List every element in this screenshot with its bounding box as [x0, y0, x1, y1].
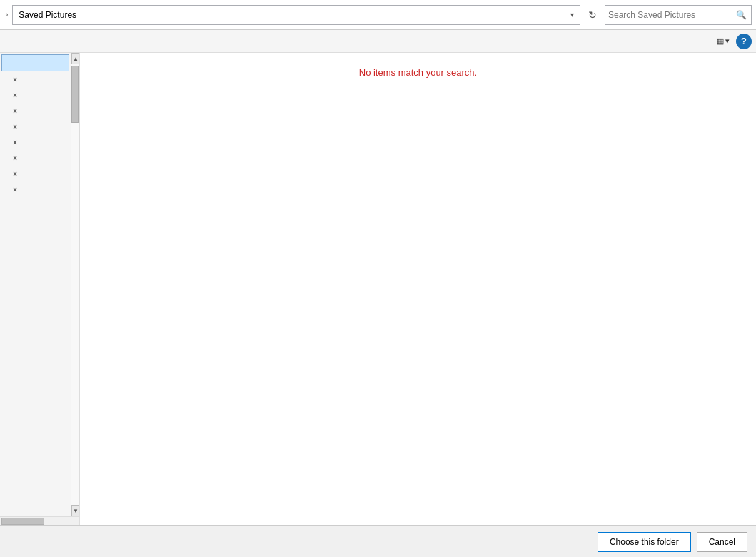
pin-icon: ✦ [9, 121, 21, 132]
nav-inner: ✦ ✦ ✦ ✦ ✦ ✦ ✦ [0, 53, 79, 516]
list-item[interactable]: ✦ [0, 166, 71, 181]
nav-items-column: ✦ ✦ ✦ ✦ ✦ ✦ ✦ [0, 53, 71, 516]
refresh-button[interactable]: ↻ [583, 6, 602, 24]
list-item[interactable]: ✦ [0, 119, 71, 134]
search-input[interactable] [608, 10, 735, 20]
search-wrapper: 🔍 [605, 5, 752, 25]
scroll-down-button[interactable]: ▼ [71, 505, 80, 516]
main-area: ✦ ✦ ✦ ✦ ✦ ✦ ✦ [0, 53, 756, 525]
pin-icon: ✦ [9, 184, 21, 195]
address-bar: › Saved Pictures ▾ ↻ 🔍 [0, 0, 756, 30]
pin-icon: ✦ [9, 136, 21, 148]
list-item[interactable]: ✦ [0, 134, 71, 150]
scroll-up-button[interactable]: ▲ [71, 53, 80, 64]
help-button[interactable]: ? [736, 34, 752, 49]
pin-icon: ✦ [9, 74, 21, 85]
nav-pane: ✦ ✦ ✦ ✦ ✦ ✦ ✦ [0, 53, 80, 525]
search-highlight: search [447, 67, 475, 78]
address-input-wrapper[interactable]: Saved Pictures ▾ [12, 5, 580, 25]
pin-icon: ✦ [9, 168, 21, 179]
pin-icon: ✦ [9, 105, 21, 116]
list-item[interactable]: ✦ [0, 181, 71, 197]
pin-icon: ✦ [9, 89, 21, 101]
breadcrumb-arrow: › [4, 9, 9, 20]
h-scroll-thumb[interactable] [1, 518, 44, 525]
view-button[interactable]: ▦ ▾ [713, 34, 733, 48]
list-item[interactable]: ✦ [0, 103, 71, 119]
list-item[interactable]: ✦ [0, 150, 71, 166]
content-pane: No items match your search. [80, 53, 756, 525]
view-dropdown-arrow: ▾ [725, 36, 730, 46]
list-item[interactable]: ✦ [0, 87, 71, 103]
view-icon: ▦ [717, 36, 724, 46]
choose-folder-button[interactable]: Choose this folder [598, 532, 691, 552]
no-items-message: No items match your search. [359, 67, 477, 78]
search-icon-button[interactable]: 🔍 [735, 9, 748, 21]
toolbar-row: ▦ ▾ ? [0, 30, 756, 53]
list-item[interactable]: ✦ [0, 71, 71, 87]
folder-name-label: Saved Pictures [16, 10, 568, 20]
pin-icon: ✦ [9, 152, 21, 164]
nav-selected-item[interactable] [1, 54, 69, 71]
nav-vertical-scrollbar[interactable]: ▲ ▼ [71, 53, 79, 516]
scroll-track [71, 64, 79, 505]
nav-horizontal-scrollbar[interactable] [0, 516, 79, 525]
address-dropdown-button[interactable]: ▾ [568, 9, 577, 20]
cancel-button[interactable]: Cancel [697, 532, 747, 552]
scroll-thumb[interactable] [71, 66, 79, 123]
bottom-bar: Choose this folder Cancel [0, 526, 756, 557]
